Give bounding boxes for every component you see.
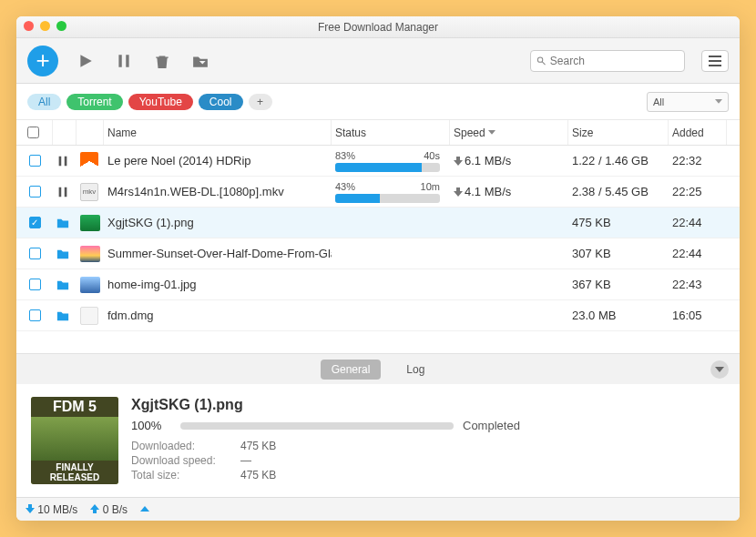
row-thumbnail	[77, 208, 104, 238]
row-size: 23.0 MB	[568, 300, 669, 330]
column-name[interactable]: Name	[104, 120, 332, 145]
row-checkbox[interactable]	[29, 186, 41, 198]
row-state-icon[interactable]	[53, 269, 77, 299]
table-header: Name Status Speed Size Added	[16, 120, 740, 146]
app-window: Free Download Manager + All Torrent YouT…	[16, 16, 740, 521]
row-status	[332, 208, 450, 238]
upload-arrow-icon	[90, 504, 99, 513]
download-arrow-icon	[454, 187, 463, 197]
row-state-icon[interactable]	[53, 300, 77, 330]
expand-statusbar-button[interactable]	[140, 503, 149, 516]
row-status	[332, 238, 450, 268]
download-speed: 10 MB/s	[26, 503, 77, 516]
minimize-window-button[interactable]	[40, 21, 50, 31]
download-arrow-icon	[26, 504, 35, 513]
category-dropdown-label: All	[653, 96, 664, 107]
detail-info: XgjtSKG (1).png 100% Completed Downloade…	[131, 397, 725, 484]
add-download-button[interactable]: +	[27, 46, 58, 76]
filter-youtube[interactable]: YouTube	[128, 94, 193, 110]
row-state-icon[interactable]	[53, 146, 77, 176]
filter-cool[interactable]: Cool	[199, 94, 243, 110]
row-name: XgjtSKG (1).png	[104, 208, 332, 238]
row-checkbox[interactable]	[29, 279, 41, 290]
row-speed	[450, 269, 568, 299]
titlebar: Free Download Manager	[16, 16, 740, 38]
tab-general[interactable]: General	[321, 360, 382, 380]
row-thumbnail	[77, 238, 104, 268]
row-thumbnail	[77, 146, 104, 176]
toolbar: +	[16, 38, 740, 84]
row-added: 16:05	[669, 300, 727, 330]
sort-indicator-icon	[488, 130, 495, 135]
search-field[interactable]	[530, 50, 685, 72]
row-added: 22:43	[669, 269, 727, 299]
row-checkbox[interactable]	[29, 155, 41, 167]
row-name: M4rs14n1n.WEB-DL.[1080p].mkv	[104, 177, 332, 207]
close-window-button[interactable]	[24, 21, 34, 31]
row-size: 1.22 / 1.46 GB	[568, 146, 669, 176]
row-state-icon[interactable]	[53, 238, 77, 268]
column-added[interactable]: Added	[669, 120, 727, 145]
upload-speed: 0 B/s	[90, 503, 128, 516]
column-speed[interactable]: Speed	[450, 120, 568, 145]
search-input[interactable]	[550, 55, 679, 67]
row-added: 22:25	[669, 177, 727, 207]
table-row[interactable]: XgjtSKG (1).png475 KB22:44	[16, 208, 740, 238]
hamburger-icon	[709, 56, 721, 66]
folder-move-icon	[192, 53, 209, 69]
statusbar: 10 MB/s 0 B/s	[16, 497, 740, 521]
select-all-checkbox[interactable]	[27, 127, 39, 138]
detail-panel: FDM 5 FINALLY RELEASED XgjtSKG (1).png 1…	[16, 384, 740, 497]
row-status: 83%40s	[332, 146, 450, 176]
download-arrow-icon	[454, 157, 463, 166]
row-thumbnail	[77, 300, 104, 330]
folder-icon	[56, 217, 69, 229]
menu-button[interactable]	[701, 50, 729, 72]
collapse-detail-button[interactable]	[710, 360, 729, 379]
row-checkbox[interactable]	[29, 309, 41, 321]
row-checkbox[interactable]	[29, 217, 41, 228]
table-row[interactable]: mkvM4rs14n1n.WEB-DL.[1080p].mkv43%10m4.1…	[16, 177, 740, 208]
filter-all[interactable]: All	[27, 94, 61, 110]
filter-torrent[interactable]: Torrent	[66, 94, 122, 110]
row-state-icon[interactable]	[53, 177, 77, 207]
row-state-icon[interactable]	[53, 208, 77, 238]
folder-icon	[56, 248, 69, 260]
add-filter-button[interactable]: +	[249, 94, 272, 110]
row-size: 367 KB	[568, 269, 669, 299]
row-size: 307 KB	[568, 238, 669, 268]
table-row[interactable]: fdm.dmg23.0 MB16:05	[16, 300, 740, 331]
folder-icon	[56, 309, 69, 322]
table-row[interactable]: Summer-Sunset-Over-Half-Dome-From-Glacie…	[16, 238, 740, 269]
category-dropdown[interactable]: All	[647, 92, 729, 112]
row-status: 43%10m	[332, 177, 450, 207]
pause-icon	[56, 155, 69, 167]
window-title: Free Download Manager	[318, 21, 438, 34]
filter-bar: All Torrent YouTube Cool + All	[16, 84, 740, 120]
move-to-folder-button[interactable]	[189, 50, 211, 72]
row-thumbnail: mkv	[77, 177, 104, 207]
row-name: fdm.dmg	[104, 300, 332, 330]
row-checkbox[interactable]	[29, 248, 41, 259]
start-button[interactable]	[75, 50, 97, 72]
row-speed	[450, 208, 568, 238]
trash-icon	[154, 53, 170, 69]
row-name: home-img-01.jpg	[104, 269, 332, 299]
table-row[interactable]: Le pere Noel (2014) HDRip83%40s6.1 MB/s1…	[16, 146, 740, 177]
table-row[interactable]: home-img-01.jpg367 KB22:43	[16, 269, 740, 300]
column-size[interactable]: Size	[568, 120, 669, 145]
column-status[interactable]: Status	[332, 120, 450, 145]
folder-icon	[56, 279, 69, 291]
maximize-window-button[interactable]	[56, 21, 66, 31]
window-controls	[24, 21, 66, 31]
detail-tabs: General Log	[16, 353, 740, 384]
row-status	[332, 269, 450, 299]
tab-log[interactable]: Log	[395, 360, 435, 380]
detail-percent: 100%	[131, 419, 171, 432]
row-speed	[450, 300, 568, 330]
row-speed: 4.1 MB/s	[450, 177, 568, 207]
delete-button[interactable]	[151, 50, 173, 72]
row-added: 22:44	[669, 238, 727, 268]
pause-button[interactable]	[113, 50, 135, 72]
chevron-down-icon	[715, 367, 724, 372]
